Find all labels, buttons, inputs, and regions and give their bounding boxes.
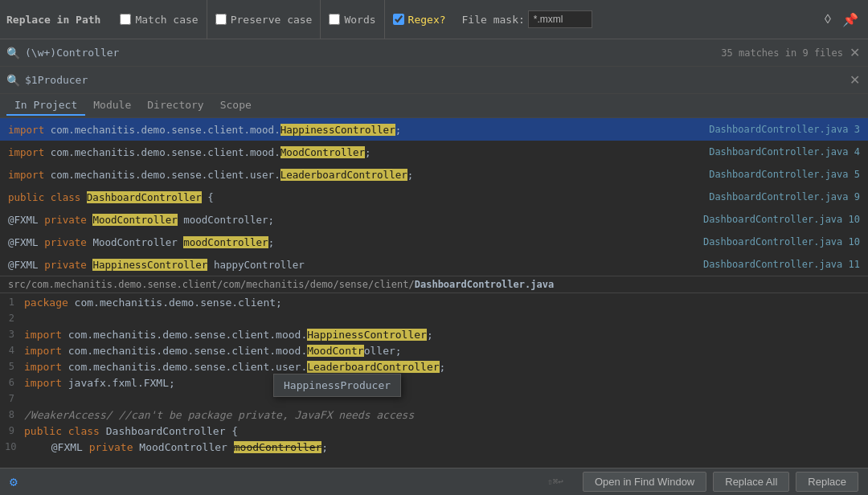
table-row[interactable]: import com.mechanitis.demo.sense.client.… (0, 141, 868, 163)
tab-in-project[interactable]: In Project (6, 96, 85, 116)
replace-input[interactable] (25, 74, 843, 86)
result-keyword: import (8, 124, 51, 136)
open-find-window-button[interactable]: Open in Find Window (583, 472, 706, 492)
result-file: DashboardController.java 4 (709, 146, 860, 158)
result-code: @FXML private MoodController moodControl… (8, 214, 697, 226)
code-line-9: 9 public class DashboardController { (0, 425, 868, 441)
code-line-2: 2 (0, 313, 868, 329)
table-row[interactable]: import com.mechanitis.demo.sense.client.… (0, 118, 868, 141)
replace-all-button[interactable]: Replace All (713, 472, 789, 492)
breadcrumb: src/com.mechanitis.demo.sense.client/com… (0, 276, 868, 293)
match-case-checkbox[interactable] (120, 14, 131, 25)
result-code: public class DashboardController { (8, 191, 702, 203)
bottom-bar: ⚙ ⇧⌘↩ Open in Find Window Replace All Re… (0, 468, 868, 495)
match-case-checkbox-label[interactable]: Match case (112, 0, 207, 39)
words-checkbox[interactable] (329, 14, 340, 25)
replace-search-bar: 🔍 ✕ (0, 67, 868, 94)
breadcrumb-path: src/com.mechanitis.demo.sense.client/com… (8, 279, 415, 290)
find-search-icon: 🔍 (6, 47, 20, 59)
result-file: DashboardController.java 9 (709, 191, 860, 202)
regex-label: Regex? (408, 14, 446, 26)
result-file: DashboardController.java 10 (703, 214, 860, 225)
code-line-4: 4 import com.mechanitis.demo.sense.clien… (0, 345, 868, 361)
result-code: @FXML private HappinessController happyC… (8, 259, 697, 271)
replace-close-btn[interactable]: ✕ (848, 72, 862, 88)
result-file: DashboardController.java 3 (709, 124, 860, 135)
autocomplete-text: HappinessProducer (284, 379, 391, 391)
find-input[interactable] (25, 47, 716, 59)
tab-module[interactable]: Module (85, 96, 139, 116)
code-line-10: 10 @FXML private MoodController moodCont… (0, 441, 868, 457)
replace-search-icon: 🔍 (6, 74, 20, 87)
code-preview: 1 package com.mechanitis.demo.sense.clie… (0, 293, 868, 495)
preserve-case-checkbox-label[interactable]: Preserve case (207, 0, 321, 39)
result-code: import com.mechanitis.demo.sense.client.… (8, 169, 702, 181)
scope-tabs: In Project Module Directory Scope (0, 94, 868, 118)
tab-scope[interactable]: Scope (212, 96, 260, 116)
find-close-btn[interactable]: ✕ (848, 45, 862, 60)
tab-directory[interactable]: Directory (139, 96, 211, 116)
table-row[interactable]: @FXML private MoodController moodControl… (0, 208, 868, 231)
result-code: import com.mechanitis.demo.sense.client.… (8, 124, 702, 136)
regex-checkbox[interactable] (393, 14, 404, 25)
toolbar-title: Replace in Path (6, 14, 100, 26)
words-label: Words (344, 14, 375, 26)
code-line-8: 8 /WeakerAccess/ //can't be package priv… (0, 409, 868, 425)
results-list[interactable]: import com.mechanitis.demo.sense.client.… (0, 118, 868, 276)
breadcrumb-filename: DashboardController.java (415, 279, 554, 290)
result-file: DashboardController.java 10 (703, 236, 860, 248)
settings-icon[interactable]: ⚙ (10, 474, 18, 489)
match-count: 35 matches in 9 files (721, 47, 843, 59)
words-checkbox-label[interactable]: Words (321, 0, 384, 39)
find-search-bar: 🔍 35 matches in 9 files ✕ (0, 39, 868, 67)
table-row[interactable]: @FXML private HappinessController happyC… (0, 253, 868, 276)
match-case-label: Match case (135, 14, 198, 26)
regex-checkbox-label[interactable]: Regex? (385, 0, 454, 39)
result-code: import com.mechanitis.demo.sense.client.… (8, 146, 702, 158)
filter-icon-btn[interactable]: ◊ (821, 10, 834, 28)
table-row[interactable]: public class DashboardController { Dashb… (0, 186, 868, 208)
code-line-6: 6 import javafx.fxml.FXML; (0, 377, 868, 393)
result-code: @FXML private MoodController moodControl… (8, 236, 697, 248)
code-line-5: 5 import com.mechanitis.demo.sense.clien… (0, 361, 868, 377)
autocomplete-popup[interactable]: HappinessProducer (273, 374, 401, 397)
preserve-case-label: Preserve case (231, 14, 313, 26)
result-file: DashboardController.java 11 (703, 259, 860, 270)
table-row[interactable]: @FXML private MoodController moodControl… (0, 231, 868, 253)
code-line-1: 1 package com.mechanitis.demo.sense.clie… (0, 297, 868, 313)
shortcut-hint: ⇧⌘↩ (547, 477, 563, 487)
result-file: DashboardController.java 5 (709, 169, 860, 180)
file-mask-label: File mask: (462, 14, 525, 26)
code-preview-area: 1 package com.mechanitis.demo.sense.clie… (0, 293, 868, 495)
file-mask-input[interactable] (528, 10, 592, 28)
pin-icon-btn[interactable]: 📌 (839, 10, 862, 29)
preserve-case-checkbox[interactable] (215, 14, 227, 25)
table-row[interactable]: import com.mechanitis.demo.sense.client.… (0, 163, 868, 186)
code-line-3: 3 import com.mechanitis.demo.sense.clien… (0, 329, 868, 345)
code-line-7: 7 (0, 393, 868, 409)
toolbar: Replace in Path Match case Preserve case… (0, 0, 868, 39)
toolbar-icons: ◊ 📌 (821, 10, 862, 29)
replace-button[interactable]: Replace (796, 472, 858, 492)
